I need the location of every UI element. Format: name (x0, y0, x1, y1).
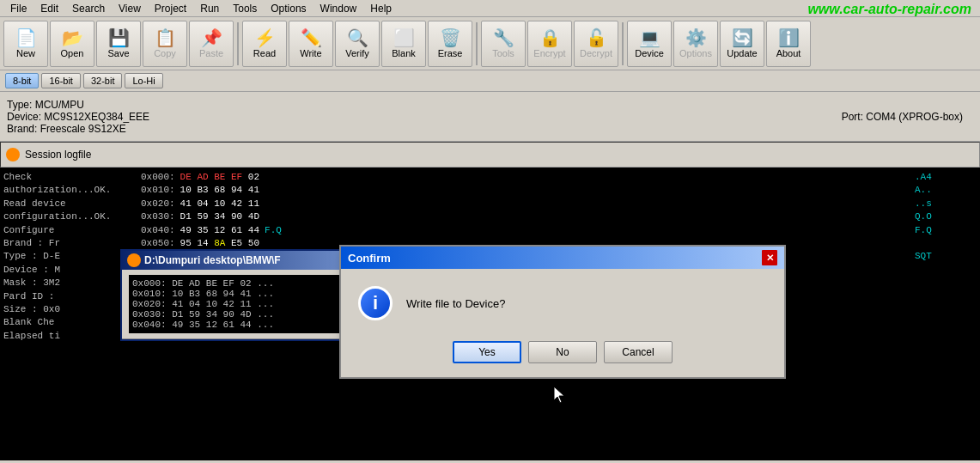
close-button[interactable]: ✕ (762, 250, 777, 265)
filepath-title: D:\Dumpuri desktop\BMW\F (144, 254, 281, 266)
svg-marker-0 (554, 387, 564, 403)
yes-button[interactable]: Yes (453, 341, 521, 363)
dialog-overlay: D:\Dumpuri desktop\BMW\F 0x000: DE AD BE… (0, 0, 980, 463)
info-icon: i (358, 286, 393, 320)
confirm-dialog: Confirm ✕ i Write file to Device? Yes No… (339, 245, 786, 379)
confirm-body: i Write file to Device? (341, 269, 784, 334)
confirm-message: Write file to Device? (406, 297, 505, 310)
confirm-buttons: Yes No Cancel (341, 334, 784, 377)
no-button[interactable]: No (528, 341, 597, 363)
confirm-title: Confirm (348, 252, 391, 265)
confirm-titlebar: Confirm ✕ (341, 247, 784, 269)
cursor-indicator (554, 387, 568, 406)
cancel-button[interactable]: Cancel (604, 341, 673, 363)
filepath-icon (127, 253, 141, 267)
